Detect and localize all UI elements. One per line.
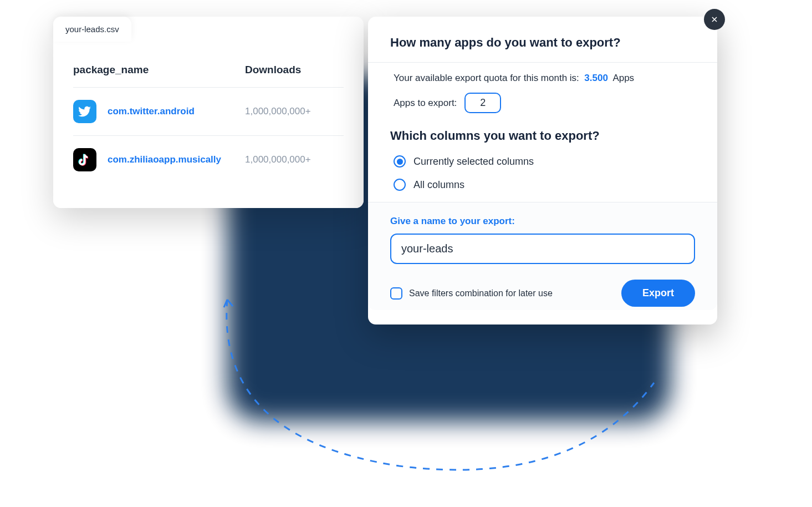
downloads-value: 1,000,000,000+ xyxy=(245,106,311,117)
column-header-downloads: Downloads xyxy=(245,64,344,76)
export-modal: How many apps do you want to export? You… xyxy=(368,17,717,325)
apps-quantity-input[interactable]: 2 xyxy=(464,93,501,113)
apps-to-export-row: Apps to export: 2 xyxy=(390,93,695,113)
modal-title-columns: Which columns you want to export? xyxy=(390,129,695,143)
twitter-icon xyxy=(73,100,96,123)
close-icon xyxy=(710,15,719,24)
radio-icon xyxy=(394,179,406,191)
radio-label: Currently selected columns xyxy=(413,156,534,168)
divider xyxy=(368,62,717,63)
radio-label: All columns xyxy=(413,179,464,191)
checkbox-icon xyxy=(390,287,402,300)
save-filters-option[interactable]: Save filters combination for later use xyxy=(390,287,553,300)
table-row: com.twitter.android 1,000,000,000+ xyxy=(73,88,344,136)
radio-icon xyxy=(394,155,406,168)
export-button[interactable]: Export xyxy=(621,280,695,307)
quota-text: Your available export quota for this mon… xyxy=(390,73,695,84)
export-name-label: Give a name to your export: xyxy=(390,216,695,227)
radio-currently-selected[interactable]: Currently selected columns xyxy=(390,155,695,168)
save-filters-label: Save filters combination for later use xyxy=(409,288,553,298)
csv-preview-card: your-leads.csv package_name Downloads co… xyxy=(53,17,364,208)
export-name-input[interactable] xyxy=(390,234,695,264)
csv-header-row: package_name Downloads xyxy=(73,57,344,88)
column-header-package: package_name xyxy=(73,64,245,76)
apps-to-export-label: Apps to export: xyxy=(394,98,457,109)
tiktok-icon xyxy=(73,148,96,171)
downloads-value: 1,000,000,000+ xyxy=(245,154,311,165)
modal-title-apps: How many apps do you want to export? xyxy=(390,36,695,50)
quota-value: 3.500 xyxy=(584,73,608,83)
csv-tab: your-leads.csv xyxy=(53,17,131,42)
package-name-link[interactable]: com.zhiliaoapp.musically xyxy=(108,154,245,165)
close-button[interactable] xyxy=(704,9,725,30)
table-row: com.zhiliaoapp.musically 1,000,000,000+ xyxy=(73,136,344,184)
package-name-link[interactable]: com.twitter.android xyxy=(108,106,245,117)
radio-all-columns[interactable]: All columns xyxy=(390,179,695,191)
